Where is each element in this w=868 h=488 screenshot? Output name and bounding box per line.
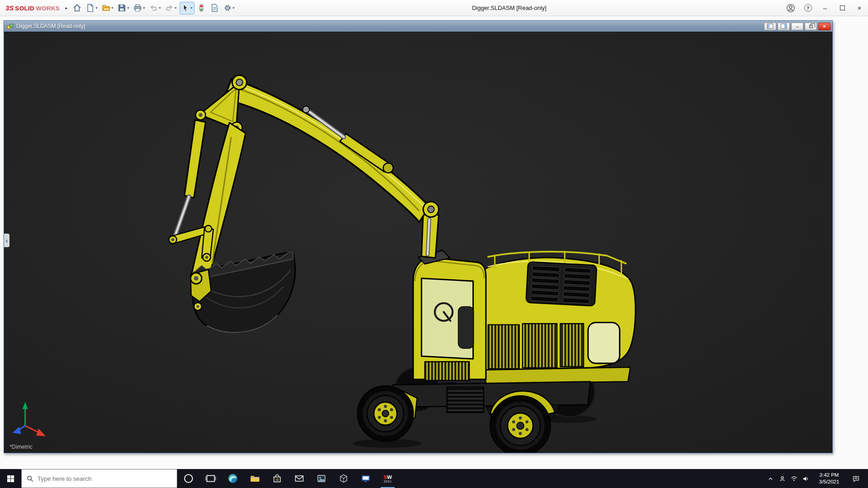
rear-window <box>588 323 620 363</box>
restore-icon <box>809 25 813 28</box>
search-input[interactable] <box>38 475 172 482</box>
print-icon <box>133 4 142 12</box>
search-icon <box>27 475 33 482</box>
document-close-button[interactable]: × <box>818 23 830 30</box>
upper-body[interactable] <box>485 251 635 384</box>
dropdown-arrow[interactable]: ▾ <box>143 6 145 10</box>
front-wheel[interactable] <box>358 386 413 441</box>
account-button[interactable] <box>782 0 799 16</box>
taskbar-item-task-view[interactable] <box>199 469 222 488</box>
chevron-up-icon <box>768 476 774 482</box>
action-center-icon <box>852 475 860 483</box>
document-minimize-button[interactable]: – <box>791 23 803 30</box>
account-icon <box>786 4 795 13</box>
new-document-icon <box>86 4 94 12</box>
help-button[interactable]: ? <box>799 0 816 16</box>
taskbar-item-edge[interactable] <box>222 469 244 488</box>
start-button[interactable] <box>0 469 21 488</box>
split-view-left-button[interactable] <box>764 23 776 30</box>
dropdown-arrow[interactable]: ▾ <box>95 6 97 10</box>
save-icon <box>118 4 126 12</box>
taskbar-item-mail[interactable] <box>288 469 310 488</box>
taskbar-item-movies-tv[interactable] <box>354 469 377 488</box>
model-canvas <box>4 32 832 453</box>
engine-grille <box>526 262 597 306</box>
rear-wheel[interactable] <box>491 396 551 453</box>
rebuild-traffic-light-icon <box>197 4 206 12</box>
mail-icon <box>294 473 305 484</box>
taskbar-item-file-explorer[interactable] <box>244 469 266 488</box>
cab[interactable] <box>413 250 486 391</box>
menu-flyout-arrow[interactable]: ▸ <box>61 5 71 10</box>
feature-manager-collapse-tab[interactable]: ‹ <box>4 234 9 247</box>
photos-icon <box>316 473 327 484</box>
taskbar-search[interactable] <box>21 469 177 488</box>
redo-button[interactable]: ▾ <box>163 2 178 14</box>
rebuild-button[interactable] <box>195 2 208 14</box>
select-tool-button[interactable]: ▾ <box>179 2 194 14</box>
speaker-icon <box>802 475 809 482</box>
undo-icon <box>149 4 158 12</box>
document-restore-button[interactable] <box>805 23 817 30</box>
dropdown-arrow[interactable]: ▾ <box>175 6 176 10</box>
taskbar-item-photos[interactable] <box>310 469 332 488</box>
split-view-right-button[interactable] <box>778 23 790 30</box>
window-controls: ? – × <box>782 0 868 16</box>
clock-date: 3/5/2021 <box>811 479 847 485</box>
taskbar-clock[interactable]: 3:42 PM 3/5/2021 <box>811 472 847 485</box>
file-properties-icon <box>210 4 219 12</box>
dropdown-arrow[interactable]: ▾ <box>191 6 193 10</box>
print-button[interactable]: ▾ <box>132 2 146 14</box>
seat <box>458 306 473 348</box>
3d-viewer-icon <box>338 473 349 484</box>
system-tray: 3:42 PM 3/5/2021 <box>764 469 868 488</box>
open-button[interactable]: ▾ <box>100 2 115 14</box>
close-button[interactable]: × <box>851 0 868 16</box>
gear-icon <box>223 4 232 12</box>
new-document-button[interactable]: ▾ <box>84 2 99 14</box>
action-center-button[interactable] <box>847 469 865 488</box>
volume-tray-button[interactable] <box>800 469 811 488</box>
taskbar-item-microsoft-store[interactable] <box>266 469 288 488</box>
home-button[interactable] <box>71 2 83 14</box>
windows-taskbar: SW 2021 3:42 PM 3/5/2021 <box>0 469 868 488</box>
network-tray-button[interactable] <box>788 469 800 488</box>
app-titlebar: 3S SOLIDWORKS ▸ ▾ ▾ ▾ ▾ <box>0 0 868 16</box>
split-view-right-icon <box>780 23 787 29</box>
solidworks-logo: 3S SOLIDWORKS <box>4 4 61 12</box>
minimize-button[interactable]: – <box>816 0 834 16</box>
maximize-icon <box>840 5 845 10</box>
select-cursor-icon <box>181 4 190 12</box>
people-tray-button[interactable] <box>776 469 788 488</box>
options-button[interactable]: ▾ <box>222 2 236 14</box>
open-folder-icon <box>102 4 110 12</box>
task-view-icon <box>205 473 216 484</box>
solidworks-app: 3S SOLIDWORKS ▸ ▾ ▾ ▾ ▾ <box>0 0 868 488</box>
document-titlebar[interactable]: Digger.SLDASM [Read-only] – × <box>4 21 832 32</box>
save-button[interactable]: ▾ <box>116 2 131 14</box>
graphics-viewport[interactable]: ‹ *Dimetric <box>4 32 832 453</box>
undo-button[interactable]: ▾ <box>147 2 162 14</box>
taskbar-item-cortana[interactable] <box>177 469 199 488</box>
help-icon: ? <box>804 4 812 12</box>
workspace: Digger.SLDASM [Read-only] – × <box>0 16 868 469</box>
people-icon <box>779 475 786 482</box>
dropdown-arrow[interactable]: ▾ <box>233 6 235 10</box>
document-title: Digger.SLDASM [Read-only] <box>16 23 763 29</box>
dropdown-arrow[interactable]: ▾ <box>127 6 129 10</box>
edge-icon <box>227 473 238 484</box>
quick-access-toolbar: ▾ ▾ ▾ ▾ ▾ ▾ ▾ <box>71 2 236 14</box>
solidworks-taskbar-icon: SW <box>383 474 392 480</box>
wifi-icon <box>791 475 797 482</box>
hidden-icons-button[interactable] <box>764 469 776 488</box>
taskbar-item-3d-viewer[interactable] <box>332 469 354 488</box>
dropdown-arrow[interactable]: ▾ <box>111 6 113 10</box>
windows-logo-icon <box>7 475 14 483</box>
dropdown-arrow[interactable]: ▾ <box>159 6 160 10</box>
taskbar-item-solidworks[interactable]: SW 2021 <box>377 469 399 488</box>
maximize-button[interactable] <box>834 0 851 16</box>
file-properties-button[interactable] <box>208 2 221 14</box>
brand-name-solid: SOLID <box>15 5 34 12</box>
split-view-left-icon <box>767 23 774 29</box>
movies-tv-icon <box>360 473 371 484</box>
